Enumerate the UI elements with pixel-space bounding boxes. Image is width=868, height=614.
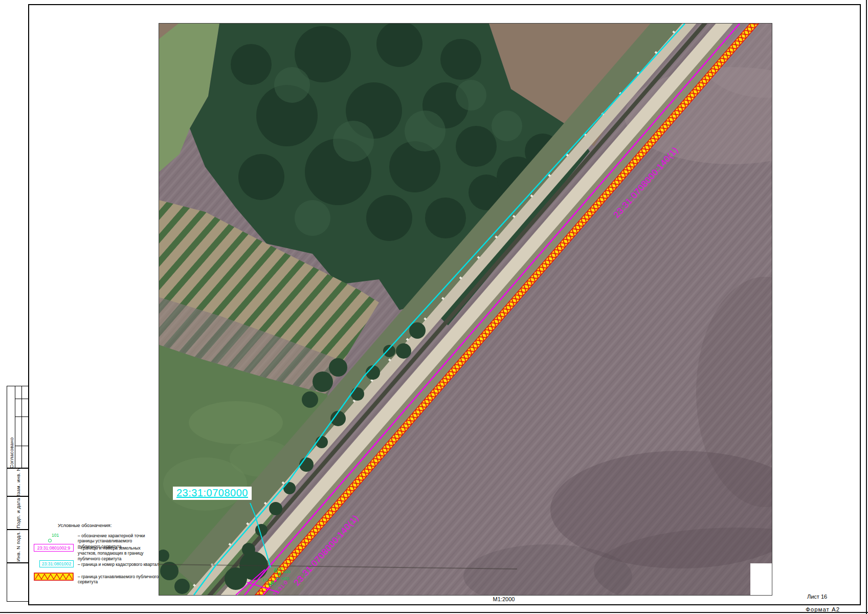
point-label: н321 bbox=[281, 577, 290, 580]
cadastral-map: 23:31:0708000 23:31:0708000:140(1) 23:31… bbox=[159, 23, 772, 596]
quarter-code-label: 23:31:0708000 bbox=[173, 487, 252, 500]
legend-parcel-code-sample: 23:31:0801002:9 bbox=[34, 544, 74, 552]
titleblock-label-inv: Инв. N подл. bbox=[15, 531, 21, 561]
drawing-sheet: Согласовано Взам. инв. N Подп. и дата Ин… bbox=[0, 0, 868, 614]
titleblock-approved-box: Согласовано bbox=[7, 386, 29, 468]
sheet-number-label: Лист 16 bbox=[807, 594, 827, 600]
point-label: н322 bbox=[268, 582, 276, 585]
satellite-imagery bbox=[159, 24, 772, 595]
point-marker-icon bbox=[48, 539, 52, 542]
legend-title: Условные обозначения: bbox=[58, 522, 112, 528]
titleblock-podp-box: Подп. и дата bbox=[7, 496, 29, 530]
servitude-hatch-sample-icon bbox=[34, 573, 74, 583]
titleblock-label-vzam: Взам. инв. N bbox=[15, 467, 21, 497]
legend-point-number: 101 bbox=[52, 533, 59, 538]
titleblock-vzam-box: Взам. инв. N bbox=[7, 468, 29, 496]
titleblock-label-podp: Подп. и дата bbox=[15, 498, 21, 529]
legend-item-text: – граница устанавливаемого публичного се… bbox=[78, 574, 162, 585]
titleblock-grid-line bbox=[15, 446, 28, 446]
titleblock-grid-line bbox=[15, 399, 28, 399]
titleblock-empty-box bbox=[7, 563, 29, 602]
legend-quarter-code-sample: 23:31:0801002 bbox=[39, 560, 74, 567]
point-label: 179 bbox=[262, 578, 269, 582]
map-scale-label: М1:2000 bbox=[463, 596, 545, 602]
titleblock-label-approved: Согласовано bbox=[9, 437, 14, 468]
titleblock-inv-box: Инв. N подл. bbox=[7, 530, 29, 563]
sheet-format-label: Формат А2 bbox=[806, 606, 840, 612]
sheet-edge-bottom bbox=[0, 612, 868, 613]
legend-item-text: – границы и номера земельных участков, п… bbox=[78, 545, 149, 561]
point-label: н220 bbox=[282, 570, 291, 574]
titleblock-grid-line bbox=[15, 416, 28, 417]
point-label: н170 bbox=[274, 567, 282, 571]
sheet-edge-right bbox=[866, 0, 867, 614]
